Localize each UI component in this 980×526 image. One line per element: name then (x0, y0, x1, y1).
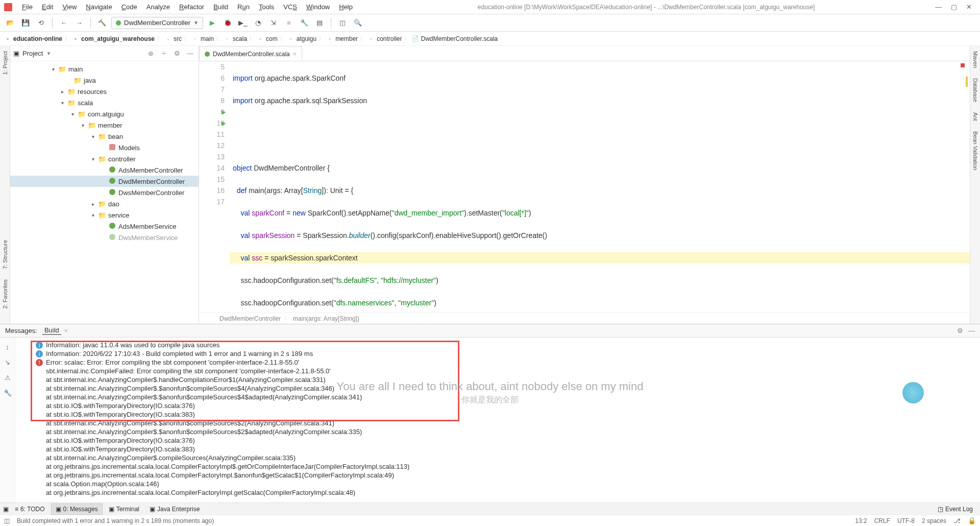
coverage-icon[interactable]: ▶⎯ (237, 17, 249, 29)
bc-education-online[interactable]: ▪education-online (4, 35, 62, 42)
rail-bean[interactable]: Bean Validation (972, 131, 978, 170)
search-icon[interactable]: 🔍 (352, 17, 364, 29)
menu-build[interactable]: Build (209, 3, 233, 11)
bottom-messages[interactable]: ▣0: Messages (51, 504, 103, 515)
bottom-terminal[interactable]: ▣Terminal (105, 504, 143, 515)
tree-dwd[interactable]: DwdMemberController (10, 176, 199, 187)
hide-icon[interactable]: — (968, 327, 975, 334)
rail-database[interactable]: Database (972, 78, 978, 102)
tree-ads[interactable]: AdsMemberController (10, 164, 199, 176)
bottom-javaee[interactable]: ▣Java Enterprise (145, 504, 204, 515)
bottom-eventlog[interactable]: ◳Event Log (934, 504, 977, 515)
tree-bean[interactable]: ▾📁bean (10, 131, 199, 142)
menu-edit[interactable]: Edit (37, 3, 58, 11)
menu-file[interactable]: File (17, 3, 37, 11)
menu-refactor[interactable]: Refactor (175, 3, 209, 11)
tree-scala[interactable]: ▾📁scala (10, 97, 199, 108)
rail-project[interactable]: 1: Project (2, 51, 8, 75)
project-tree[interactable]: ▾📁main 📁java ▸📁resources ▾📁scala ▾📁com.a… (10, 61, 199, 324)
run-icon[interactable]: ▶ (206, 17, 218, 29)
tree-service[interactable]: ▾📁service (10, 209, 199, 221)
menu-run[interactable]: Run (233, 3, 254, 11)
attach-icon[interactable]: ⇲ (267, 17, 280, 29)
refresh-icon[interactable]: ⟲ (35, 17, 47, 29)
messages-tab-build[interactable]: Build (42, 326, 61, 335)
bc-com[interactable]: ▫com (257, 35, 278, 42)
menu-code[interactable]: Code (117, 3, 142, 11)
expand-icon[interactable]: ↕ (3, 342, 13, 352)
gear-icon[interactable]: ⚙ (172, 49, 182, 59)
debug-icon[interactable]: 🐞 (222, 17, 234, 29)
rail-maven[interactable]: Maven (972, 51, 978, 68)
run-config-select[interactable]: DwdMemberController ▼ (111, 17, 203, 29)
wrench-icon[interactable]: 🔧 (3, 388, 13, 398)
menu-window[interactable]: Window (302, 3, 334, 11)
gutter[interactable]: 5678 9▶ 10▶ 111213 14151617 (199, 61, 230, 313)
warning-icon[interactable]: ⚠ (3, 372, 13, 382)
open-icon[interactable]: 📂 (4, 17, 16, 29)
bottom-todo[interactable]: ≡6: TODO (11, 504, 49, 515)
settings-icon[interactable]: 🔧 (298, 17, 310, 29)
maximize-icon[interactable]: ▢ (951, 3, 957, 11)
build-icon[interactable]: 🔨 (96, 17, 108, 29)
menu-navigate[interactable]: Navigate (81, 3, 116, 11)
git-icon[interactable]: ⎇ (953, 517, 961, 524)
arrow-icon[interactable]: ↘ (3, 357, 13, 367)
profile-icon[interactable]: ◔ (252, 17, 264, 29)
bc-module[interactable]: ▪com_atguigu_warehouse (72, 35, 155, 42)
function-name[interactable]: main(args: Array[String]) (293, 315, 359, 322)
line-ending[interactable]: CRLF (874, 517, 890, 524)
tree-main[interactable]: ▾📁main (10, 63, 199, 75)
bc-member[interactable]: ▫member (326, 35, 358, 42)
tree-member[interactable]: ▾📁member (10, 119, 199, 131)
menu-help[interactable]: Help (334, 3, 357, 11)
tree-comatguigu[interactable]: ▾📁com.atguigu (10, 108, 199, 119)
rail-favorites[interactable]: 2: Favorites (2, 279, 8, 308)
bc-main[interactable]: ▫main (191, 35, 214, 42)
bc-src[interactable]: ▫src (164, 35, 182, 42)
layout-icon[interactable]: ◫ (336, 17, 349, 29)
close-tab-icon[interactable]: × (293, 51, 297, 58)
tree-controller[interactable]: ▾📁controller (10, 153, 199, 164)
stop-icon[interactable]: ■ (283, 17, 295, 29)
encoding[interactable]: UTF-8 (897, 517, 915, 524)
code-lines[interactable]: import org.apache.spark.SparkConf import… (230, 61, 970, 313)
save-icon[interactable]: 💾 (19, 17, 32, 29)
minimize-icon[interactable]: — (935, 3, 942, 11)
gear-icon[interactable]: ⚙ (957, 327, 963, 334)
structure-icon[interactable]: ▤ (313, 17, 326, 29)
tree-dws[interactable]: DwsMemberController (10, 187, 199, 198)
close-icon[interactable]: ✕ (966, 3, 972, 11)
menu-view[interactable]: View (58, 3, 81, 11)
close-tab-icon[interactable]: × (64, 327, 68, 334)
tree-dao[interactable]: ▸📁dao (10, 198, 199, 209)
rail-structure[interactable]: 7: Structure (2, 240, 8, 269)
code-area[interactable]: 5678 9▶ 10▶ 111213 14151617 import org.a… (199, 61, 970, 313)
editor-tab-dwd[interactable]: DwdMemberController.scala × (199, 46, 302, 61)
collapse-icon[interactable]: ÷ (159, 49, 169, 59)
tree-resources[interactable]: ▸📁resources (10, 86, 199, 97)
tree-java[interactable]: 📁java (10, 75, 199, 86)
tree-ads-service[interactable]: AdsMemberService (10, 221, 199, 232)
rail-ant[interactable]: Ant (972, 112, 978, 121)
hide-icon[interactable]: — (185, 49, 195, 59)
lock-icon[interactable]: 🔒 (968, 517, 976, 524)
menu-tools[interactable]: Tools (254, 3, 279, 11)
forward-icon[interactable]: → (73, 17, 85, 29)
bc-scala[interactable]: ▫scala (224, 35, 247, 42)
bc-file[interactable]: 📄DwdMemberController.scala (412, 35, 498, 42)
run-gutter-icon[interactable]: ▶ (222, 106, 226, 117)
toolwindow-icon[interactable]: ▣ (3, 506, 9, 513)
messages-content[interactable]: iInformation: javac 11.0.4 was used to c… (15, 338, 980, 503)
run-gutter-icon[interactable]: ▶ (222, 117, 226, 129)
back-icon[interactable]: ← (58, 17, 70, 29)
chevron-down-icon[interactable]: ▼ (46, 51, 51, 56)
indent[interactable]: 2 spaces (922, 517, 946, 524)
bc-controller[interactable]: ▫controller (368, 35, 402, 42)
scope-name[interactable]: DwdMemberController (219, 315, 281, 322)
target-icon[interactable]: ⊕ (145, 49, 156, 59)
caret-position[interactable]: 13:2 (855, 517, 867, 524)
tree-dws-service[interactable]: DwsMemberService (10, 232, 199, 243)
bc-atguigu[interactable]: ▫atguigu (287, 35, 316, 42)
menu-analyze[interactable]: Analyze (142, 3, 175, 11)
